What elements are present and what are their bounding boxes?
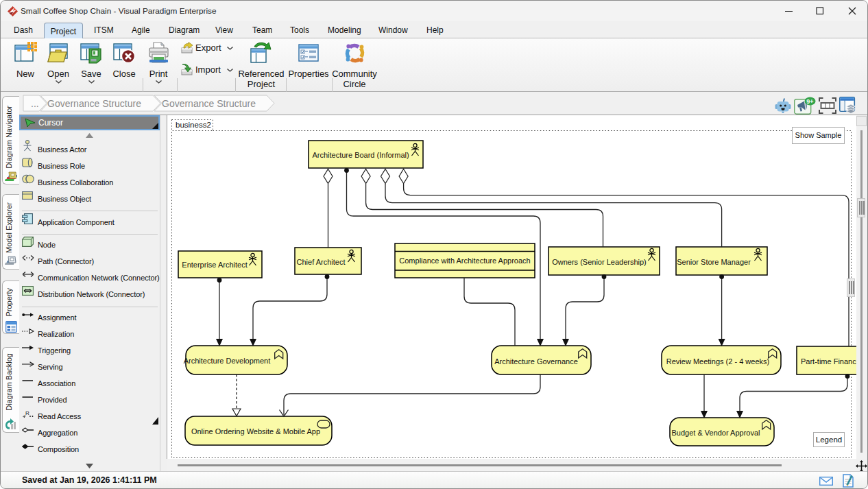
svg-text:...: ... bbox=[31, 98, 39, 109]
svg-text:Part-time Financi: Part-time Financi bbox=[801, 357, 856, 366]
svg-text:Owners (Senior Leadership): Owners (Senior Leadership) bbox=[552, 258, 647, 266]
svg-text:business2: business2 bbox=[176, 121, 211, 129]
svg-text:Review Meetings (2 - 4 weeks): Review Meetings (2 - 4 weeks) bbox=[666, 357, 769, 366]
svg-text:Show Sample: Show Sample bbox=[795, 131, 842, 139]
svg-text:Compliance with Architecture A: Compliance with Architecture Approach bbox=[399, 257, 530, 265]
svg-text:Architecture Board (Informal): Architecture Board (Informal) bbox=[312, 151, 409, 159]
svg-text:Architecture Governance: Architecture Governance bbox=[494, 357, 578, 366]
svg-text:Governance Structure: Governance Structure bbox=[47, 98, 141, 109]
svg-text:R: R bbox=[25, 410, 29, 416]
svg-text:Budget & Vendor Approval: Budget & Vendor Approval bbox=[671, 429, 760, 437]
svg-text:Enterprise Architect: Enterprise Architect bbox=[182, 261, 247, 269]
svg-text:Legend: Legend bbox=[816, 436, 842, 444]
svg-text:Online Ordering Website & Mobi: Online Ordering Website & Mobile App bbox=[191, 427, 320, 436]
svg-text:Governance Structure: Governance Structure bbox=[162, 98, 256, 109]
svg-text:Chief Architect: Chief Architect bbox=[297, 258, 346, 266]
svg-text:Architecture Development: Architecture Development bbox=[184, 357, 271, 365]
svg-text:Senior Store Manager: Senior Store Manager bbox=[677, 258, 751, 266]
svg-text:9+: 9+ bbox=[806, 98, 813, 105]
